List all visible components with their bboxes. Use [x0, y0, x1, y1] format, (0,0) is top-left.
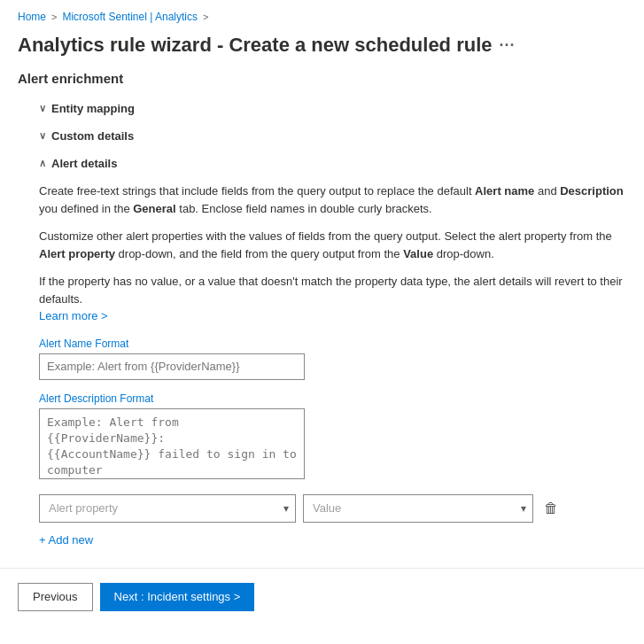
alert-details-para3: If the property has no value, or a value…: [39, 273, 626, 325]
next-button[interactable]: Next : Incident settings >: [100, 583, 255, 611]
alert-details-content: Create free-text strings that include fi…: [18, 182, 626, 550]
main-content: Alert enrichment ∨ Entity mapping ∨ Cust…: [0, 71, 644, 550]
entity-mapping-header[interactable]: ∨ Entity mapping: [18, 97, 626, 120]
alert-desc-textarea[interactable]: [39, 408, 305, 479]
alert-details-para2: Customize other alert properties with th…: [39, 228, 626, 262]
alert-desc-label: Alert Description Format: [39, 392, 626, 405]
alert-details-label: Alert details: [51, 157, 117, 170]
custom-details-label: Custom details: [51, 129, 134, 143]
breadcrumb-sep-2: >: [203, 12, 208, 22]
entity-mapping-section: ∨ Entity mapping: [18, 97, 626, 120]
value-select[interactable]: Value: [303, 494, 533, 523]
alert-desc-format-group: Alert Description Format: [39, 392, 626, 482]
breadcrumb-home[interactable]: Home: [18, 11, 46, 23]
alert-property-select[interactable]: Alert property: [39, 494, 296, 523]
entity-mapping-label: Entity mapping: [51, 102, 135, 115]
alert-details-para1: Create free-text strings that include fi…: [39, 182, 626, 217]
previous-button[interactable]: Previous: [18, 583, 93, 611]
alert-name-input[interactable]: [39, 353, 305, 380]
alert-property-dropdown-wrapper: Alert property ▾: [39, 494, 296, 523]
breadcrumb: Home > Microsoft Sentinel | Analytics >: [0, 0, 644, 30]
alert-details-chevron: ∧: [39, 158, 46, 169]
delete-property-button[interactable]: 🗑: [540, 499, 562, 518]
alert-details-section: ∧ Alert details Create free-text strings…: [18, 151, 626, 550]
breadcrumb-sep-1: >: [51, 12, 57, 22]
ellipsis-menu-button[interactable]: ···: [500, 36, 516, 55]
alert-details-header[interactable]: ∧ Alert details: [18, 151, 626, 175]
alert-enrichment-title: Alert enrichment: [18, 71, 626, 86]
footer-nav: Previous Next : Incident settings >: [0, 569, 644, 625]
property-value-row: Alert property ▾ Value ▾ 🗑: [39, 494, 626, 523]
custom-details-header[interactable]: ∨ Custom details: [18, 124, 626, 148]
alert-name-format-group: Alert Name Format: [39, 338, 626, 380]
page-title-area: Analytics rule wizard - Create a new sch…: [0, 30, 644, 71]
learn-more-link[interactable]: Learn more >: [39, 309, 108, 322]
breadcrumb-sentinel[interactable]: Microsoft Sentinel | Analytics: [62, 11, 198, 23]
entity-mapping-chevron: ∨: [39, 103, 46, 114]
page-title: Analytics rule wizard - Create a new sch…: [18, 34, 493, 57]
add-new-button[interactable]: + Add new: [39, 530, 93, 550]
alert-name-label: Alert Name Format: [39, 338, 626, 350]
custom-details-section: ∨ Custom details: [18, 124, 626, 148]
custom-details-chevron: ∨: [39, 130, 46, 142]
value-dropdown-wrapper: Value ▾: [303, 494, 533, 523]
